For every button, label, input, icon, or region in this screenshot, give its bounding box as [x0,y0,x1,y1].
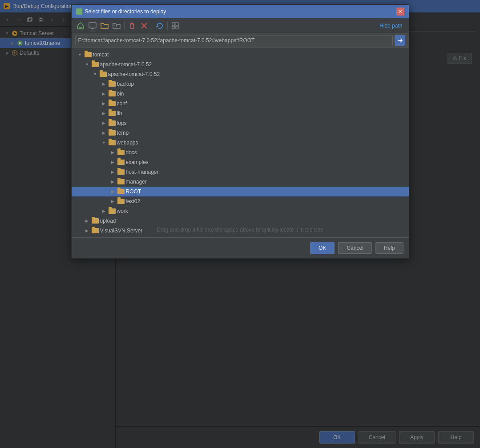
dtree-item-lib[interactable]: ▶ lib [72,108,409,118]
dialog-title-left: Select files or directories to deploy [76,8,166,15]
toolbar-separator-1 [124,22,125,30]
dtree-item-host-manager[interactable]: ▶ host-manager [72,167,409,177]
svg-rect-10 [77,9,81,14]
dtree-item-backup[interactable]: ▶ backup [72,79,409,89]
dtree-item-bin[interactable]: ▶ bin [72,89,409,99]
dialog-overlay: Select files or directories to deploy ✕ [0,0,480,448]
home-button[interactable] [75,20,86,31]
folder-icon-manager [117,179,125,184]
refresh-button[interactable] [154,20,165,31]
dialog-toolbar: Hide path [72,18,409,33]
dtree-label-test02: test02 [126,198,141,204]
dtree-chevron-examples: ▶ [110,159,116,165]
dtree-item-apache2[interactable]: ▼ apache-tomcat-7.0.52 [72,69,409,79]
folder-icon-test02 [117,199,125,204]
dialog-cancel-button[interactable]: Cancel [338,242,371,254]
folder-icon-lib [109,111,116,116]
svg-rect-17 [172,23,175,25]
dtree-label-webapps: webapps [117,140,138,146]
dialog-tree-area: ▼ tomcat ▼ apache-tomcat-7.0.52 ▼ apache… [72,48,409,237]
toolbar-separator-3 [167,22,168,30]
folder-icon-work [109,208,116,214]
folder-icon-apache2 [100,72,107,77]
dtree-item-examples[interactable]: ▶ examples [72,157,409,167]
dtree-label-docs: docs [126,149,137,156]
folder-icon-tomcat [85,52,92,57]
dtree-label-tomcat: tomcat [93,52,109,58]
toolbar-separator-2 [152,22,152,30]
dialog-close-button[interactable]: ✕ [396,8,404,16]
dialog-footer: OK Cancel Help [72,237,409,258]
dtree-chevron-apache2: ▼ [92,71,98,77]
folder-arrow-button[interactable] [111,20,122,31]
dtree-label-root: ROOT [126,188,141,195]
cancel-button-toolbar[interactable] [139,20,149,31]
dtree-label-examples: examples [126,159,149,165]
folder-icon-host-manager [117,169,125,175]
dtree-label-conf: conf [117,100,127,107]
dtree-label-manager: manager [126,179,147,185]
path-input[interactable] [75,36,393,45]
dtree-label-upload: upload [100,218,116,224]
folder-icon-backup [109,81,116,87]
folder-open-button[interactable] [99,20,110,31]
dtree-item-docs[interactable]: ▶ docs [72,148,409,157]
dialog-icon [76,8,82,15]
dialog-titlebar: Select files or directories to deploy ✕ [72,5,409,18]
dtree-item-conf[interactable]: ▶ conf [72,99,409,108]
folder-icon-apache1 [92,62,99,67]
delete-button[interactable] [127,20,137,31]
dtree-chevron-tomcat: ▼ [77,52,83,58]
desktop-button[interactable] [87,20,98,31]
dtree-item-work[interactable]: ▶ work [72,206,409,216]
dtree-item-visualsvn[interactable]: ▶ VisualSVN Server [72,226,409,236]
dtree-label-backup: backup [117,81,134,87]
folder-icon-bin [109,91,116,96]
dialog-help-button[interactable]: Help [375,242,403,254]
svg-rect-12 [89,23,96,28]
dtree-label-apache1: apache-tomcat-7.0.52 [100,61,152,68]
folder-icon-examples [117,160,125,165]
dtree-item-root[interactable]: ▶ ROOT [72,187,409,196]
dtree-item-apache1[interactable]: ▼ apache-tomcat-7.0.52 [72,60,409,69]
svg-rect-18 [176,23,178,25]
dtree-item-tomcat[interactable]: ▼ tomcat [72,50,409,60]
dtree-chevron-docs: ▶ [110,149,116,156]
folder-icon-logs [109,120,116,126]
dtree-chevron-webapps: ▼ [101,140,107,146]
dtree-item-logs[interactable]: ▶ logs [72,118,409,128]
dtree-item-manager[interactable]: ▶ manager [72,177,409,187]
dtree-label-bin: bin [117,91,124,97]
dtree-chevron-temp: ▶ [101,130,107,136]
path-input-row [72,33,409,48]
dtree-label-host-manager: host-manager [126,169,159,175]
hide-path-button[interactable]: Hide path [377,22,405,30]
dtree-chevron-logs: ▶ [101,120,107,126]
dialog-ok-button[interactable]: OK [310,242,335,254]
dtree-chevron-test02: ▶ [110,198,116,204]
dtree-chevron-upload: ▶ [84,218,90,224]
dtree-label-work: work [117,208,128,214]
svg-rect-11 [79,27,82,29]
dtree-chevron-bin: ▶ [101,91,107,97]
dtree-item-test02[interactable]: ▶ test02 [72,196,409,206]
svg-rect-19 [172,26,175,29]
folder-icon-root [117,189,125,194]
dtree-chevron-visualsvn: ▶ [84,228,90,234]
folder-icon-upload [92,218,99,224]
dtree-chevron-root: ▶ [110,188,116,195]
select-files-dialog: Select files or directories to deploy ✕ [71,4,409,259]
grid-button[interactable] [170,20,181,31]
folder-icon-docs [117,150,125,155]
path-action-button[interactable] [395,35,405,46]
folder-icon-temp [109,130,116,136]
dtree-item-webapps[interactable]: ▼ webapps [72,138,409,148]
dtree-item-temp[interactable]: ▶ temp [72,128,409,138]
dtree-item-upload[interactable]: ▶ upload [72,216,409,226]
folder-icon-webapps [109,140,116,145]
dialog-title: Select files or directories to deploy [85,8,166,15]
dtree-label-apache2: apache-tomcat-7.0.52 [108,71,160,77]
dtree-label-temp: temp [117,130,129,136]
folder-icon-visualsvn [92,228,99,233]
dtree-label-logs: logs [117,120,127,126]
